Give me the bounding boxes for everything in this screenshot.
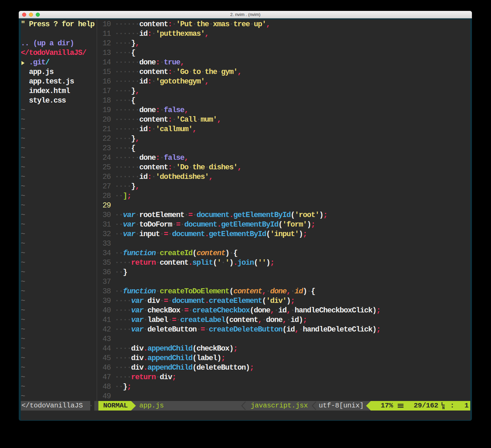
svg-text:N: N (442, 405, 445, 410)
